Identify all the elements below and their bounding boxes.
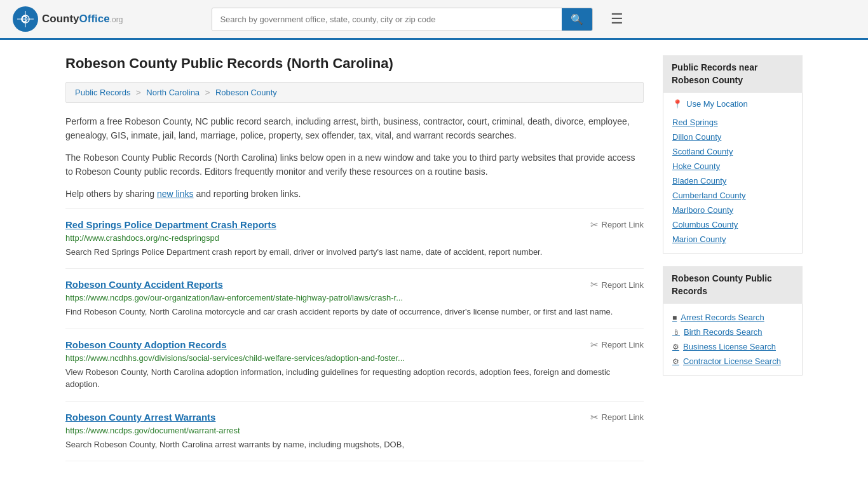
page-title: Robeson County Public Records (North Car… (65, 55, 644, 72)
report-link-0[interactable]: ✂ Report Link (590, 219, 644, 231)
sidebar-record-label-0: Arrest Records Search (681, 313, 764, 322)
breadcrumb-sep1: > (136, 88, 143, 97)
nearby-section: Public Records near Robeson County 📍 Use… (663, 55, 803, 254)
record-desc-0: Search Red Springs Police Department cra… (65, 246, 644, 259)
record-url-2[interactable]: https://www.ncdhhs.gov/divisions/social-… (65, 353, 644, 363)
nearby-link-6[interactable]: Marlboro County (672, 203, 793, 217)
main-container: Robeson County Public Records (North Car… (53, 40, 815, 477)
hamburger-menu-button[interactable]: ☰ (606, 8, 628, 30)
records-section-title: Robeson County Public Records (663, 266, 803, 304)
sidebar-record-2[interactable]: ⚙ Business License Search (672, 339, 793, 354)
nearby-link-2[interactable]: Scotland County (672, 144, 793, 159)
record-title-3[interactable]: Robeson County Arrest Warrants (65, 412, 215, 423)
sidebar-record-label-1: Birth Records Search (684, 327, 763, 337)
nearby-links: Red SpringsDillon CountyScotland CountyH… (672, 115, 793, 247)
record-title-1[interactable]: Robeson County Accident Reports (65, 279, 223, 290)
breadcrumb-robeson-county[interactable]: Robeson County (215, 88, 277, 97)
record-header: Red Springs Police Department Crash Repo… (65, 219, 644, 231)
content-area: Robeson County Public Records (North Car… (65, 55, 644, 461)
sidebar-record-0[interactable]: ■ Arrest Records Search (672, 310, 793, 325)
record-desc-3: Search Robeson County, North Carolina ar… (65, 438, 644, 451)
record-desc-1: Find Robeson County, North Carolina moto… (65, 306, 644, 318)
nearby-section-title: Public Records near Robeson County (663, 55, 803, 93)
sidebar: Public Records near Robeson County 📍 Use… (663, 55, 803, 461)
description-3: Help others by sharing new links and rep… (65, 187, 644, 201)
record-header: Robeson County Accident Reports ✂ Report… (65, 279, 644, 290)
description-2: The Robeson County Public Records (North… (65, 151, 644, 179)
description-1: Perform a free Robeson County, NC public… (65, 114, 644, 143)
search-input[interactable] (212, 8, 562, 30)
logo-text: CountyOffice.org (42, 13, 123, 25)
breadcrumb-sep2: > (205, 88, 212, 97)
use-my-location-button[interactable]: 📍 Use My Location (672, 99, 748, 109)
nearby-link-0[interactable]: Red Springs (672, 115, 793, 130)
nearby-link-5[interactable]: Cumberland County (672, 188, 793, 203)
record-title-2[interactable]: Robeson County Adoption Records (65, 339, 227, 350)
breadcrumb-north-carolina[interactable]: North Carolina (146, 88, 200, 97)
nearby-link-4[interactable]: Bladen County (672, 173, 793, 188)
report-link-1[interactable]: ✂ Report Link (590, 279, 644, 290)
records-list: Red Springs Police Department Crash Repo… (65, 208, 644, 462)
search-button[interactable]: 🔍 (562, 8, 592, 30)
location-icon: 📍 (672, 99, 682, 109)
hamburger-icon: ☰ (611, 11, 623, 27)
record-header: Robeson County Arrest Warrants ✂ Report … (65, 412, 644, 423)
sidebar-record-label-2: Business License Search (683, 342, 776, 351)
record-item: Red Springs Police Department Crash Repo… (65, 208, 644, 269)
site-header: C CountyOffice.org 🔍 ☰ (0, 0, 868, 40)
new-links-link[interactable]: new links (157, 189, 194, 199)
nearby-link-1[interactable]: Dillon County (672, 130, 793, 144)
breadcrumb-public-records[interactable]: Public Records (75, 88, 130, 97)
record-desc-2: View Robeson County, North Carolina adop… (65, 366, 644, 391)
nearby-section-body: 📍 Use My Location Red SpringsDillon Coun… (663, 93, 803, 254)
sidebar-record-icon-1: 🕯 (672, 328, 680, 337)
search-bar: 🔍 (212, 8, 593, 31)
record-item: Robeson County Arrest Warrants ✂ Report … (65, 402, 644, 462)
sidebar-record-3[interactable]: ⚙ Contractor License Search (672, 354, 793, 369)
desc3-post: and reporting broken links. (194, 189, 301, 199)
location-label: Use My Location (686, 99, 748, 109)
nearby-link-8[interactable]: Marion County (672, 232, 793, 247)
record-item: Robeson County Adoption Records ✂ Report… (65, 329, 644, 402)
breadcrumb: Public Records > North Carolina > Robeso… (65, 82, 644, 103)
sidebar-record-1[interactable]: 🕯 Birth Records Search (672, 325, 793, 339)
record-item: Robeson County Accident Reports ✂ Report… (65, 269, 644, 329)
logo-icon: C (13, 6, 38, 32)
site-logo[interactable]: C CountyOffice.org (13, 6, 123, 32)
records-section: Robeson County Public Records ■ Arrest R… (663, 266, 803, 376)
search-icon: 🔍 (571, 14, 583, 25)
report-link-2[interactable]: ✂ Report Link (590, 339, 644, 351)
sidebar-record-icon-0: ■ (672, 313, 677, 322)
report-icon-3: ✂ (590, 412, 599, 423)
sidebar-record-icon-3: ⚙ (672, 357, 679, 366)
records-section-body: ■ Arrest Records Search 🕯 Birth Records … (663, 304, 803, 376)
report-icon-1: ✂ (590, 279, 599, 290)
record-url-3[interactable]: https://www.ncdps.gov/document/warrant-a… (65, 426, 644, 435)
record-url-0[interactable]: http://www.crashdocs.org/nc-redspringspd (65, 233, 644, 243)
report-icon-0: ✂ (590, 219, 599, 231)
sidebar-record-icon-2: ⚙ (672, 342, 679, 351)
nearby-link-3[interactable]: Hoke County (672, 159, 793, 173)
desc3-pre: Help others by sharing (65, 189, 157, 199)
record-title-0[interactable]: Red Springs Police Department Crash Repo… (65, 219, 276, 230)
nearby-link-7[interactable]: Columbus County (672, 217, 793, 232)
report-link-3[interactable]: ✂ Report Link (590, 412, 644, 423)
sidebar-record-label-3: Contractor License Search (683, 356, 781, 366)
report-icon-2: ✂ (590, 339, 599, 351)
record-header: Robeson County Adoption Records ✂ Report… (65, 339, 644, 351)
record-url-1[interactable]: https://www.ncdps.gov/our-organization/l… (65, 293, 644, 302)
